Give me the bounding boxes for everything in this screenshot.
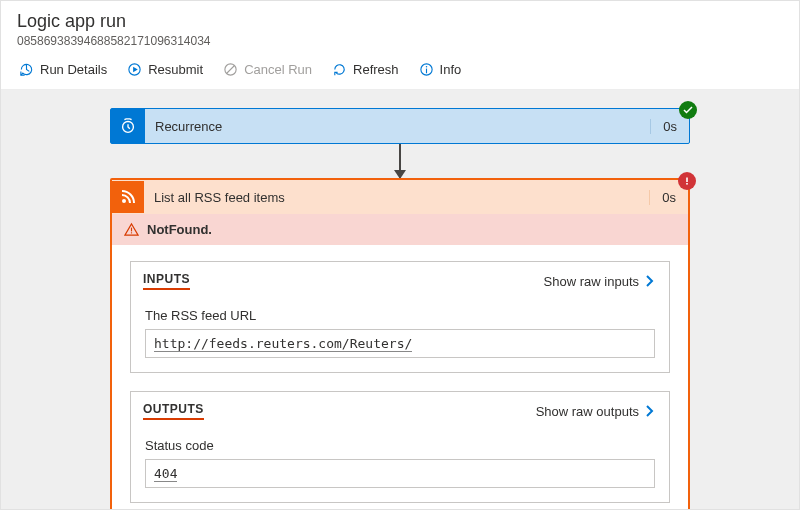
page-header: Logic app run 08586938394688582171096314… <box>1 1 799 54</box>
toolbar: Run Details Resubmit Cancel Run Refresh … <box>1 54 799 90</box>
history-icon <box>19 62 34 77</box>
warning-icon <box>124 222 139 237</box>
rss-title: List all RSS feed items <box>144 190 649 205</box>
svg-rect-12 <box>131 232 132 233</box>
svg-line-2 <box>227 66 235 74</box>
error-row: NotFound. <box>112 214 688 245</box>
recurrence-title: Recurrence <box>145 119 650 134</box>
cancel-run-button: Cancel Run <box>215 58 320 81</box>
chevron-right-icon <box>643 405 655 417</box>
svg-rect-5 <box>426 69 427 74</box>
error-badge <box>678 172 696 190</box>
run-id: 08586938394688582171096314034 <box>17 34 783 48</box>
page-title: Logic app run <box>17 11 783 32</box>
status-code-value: 404 <box>145 459 655 488</box>
outputs-box: OUTPUTS Show raw outputs Status code 404 <box>130 391 670 503</box>
recurrence-duration: 0s <box>650 119 689 134</box>
rss-duration: 0s <box>649 190 688 205</box>
rss-url-value: http://feeds.reuters.com/Reuters/ <box>145 329 655 358</box>
run-details-button[interactable]: Run Details <box>11 58 115 81</box>
success-badge <box>679 101 697 119</box>
refresh-icon <box>332 62 347 77</box>
error-text: NotFound. <box>147 222 212 237</box>
chevron-right-icon <box>643 275 655 287</box>
rss-card[interactable]: List all RSS feed items 0s NotFound. INP… <box>110 178 690 510</box>
svg-rect-8 <box>686 183 688 185</box>
rss-icon <box>112 181 144 213</box>
status-code-label: Status code <box>145 438 655 453</box>
flow-arrow <box>399 144 401 178</box>
rss-url-label: The RSS feed URL <box>145 308 655 323</box>
resubmit-icon <box>127 62 142 77</box>
svg-point-10 <box>122 199 126 203</box>
inputs-box: INPUTS Show raw inputs The RSS feed URL … <box>130 261 670 373</box>
outputs-heading: OUTPUTS <box>143 402 204 420</box>
info-icon <box>419 62 434 77</box>
svg-rect-7 <box>686 178 688 183</box>
cancel-icon <box>223 62 238 77</box>
clock-icon <box>111 109 145 143</box>
show-raw-outputs-link[interactable]: Show raw outputs <box>536 404 655 419</box>
refresh-button[interactable]: Refresh <box>324 58 407 81</box>
svg-point-4 <box>425 66 427 68</box>
info-button[interactable]: Info <box>411 58 470 81</box>
inputs-heading: INPUTS <box>143 272 190 290</box>
designer-canvas: Recurrence 0s List all RSS feed items 0s… <box>1 90 799 510</box>
svg-rect-11 <box>131 228 132 232</box>
show-raw-inputs-link[interactable]: Show raw inputs <box>544 274 655 289</box>
recurrence-card[interactable]: Recurrence 0s <box>110 108 690 144</box>
resubmit-button[interactable]: Resubmit <box>119 58 211 81</box>
